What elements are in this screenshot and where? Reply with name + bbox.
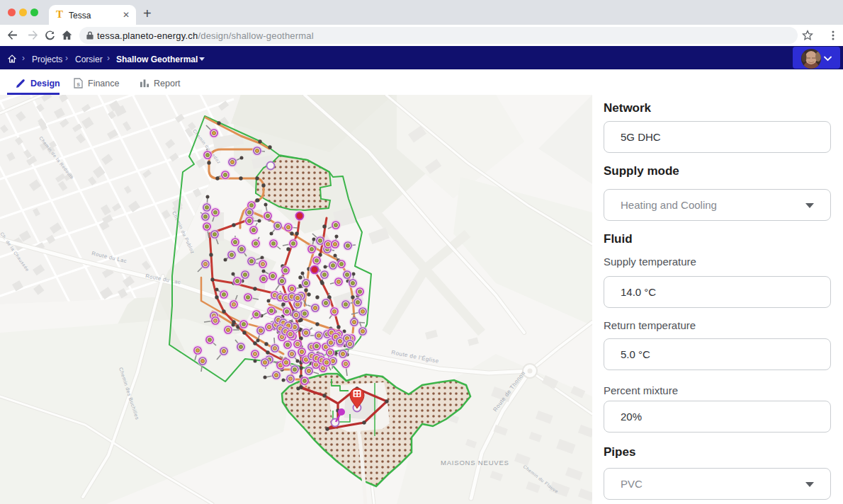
svg-text:s: s xyxy=(77,81,80,88)
svg-text:MAISONS NEUVES: MAISONS NEUVES xyxy=(441,459,509,466)
